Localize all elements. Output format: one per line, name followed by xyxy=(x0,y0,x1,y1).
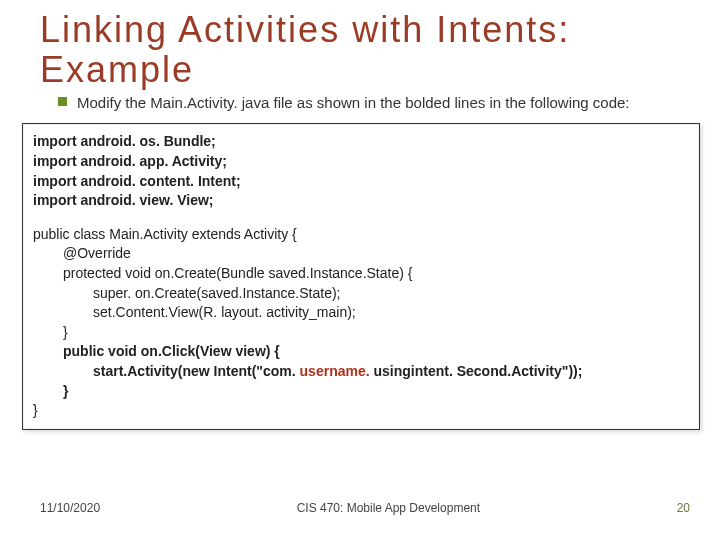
code-line: public class Main.Activity extends Activ… xyxy=(33,225,689,245)
code-line: set.Content.View(R. layout. activity_mai… xyxy=(33,303,689,323)
bullet-text: Modify the Main.Activity. java file as s… xyxy=(77,93,630,113)
footer-date: 11/10/2020 xyxy=(40,501,100,515)
code-fragment: usingintent. Second.Activity")); xyxy=(370,363,583,379)
slide: Linking Activities with Intents: Example… xyxy=(0,0,720,540)
code-line: import android. app. Activity; xyxy=(33,152,689,172)
code-line: protected void on.Create(Bundle saved.In… xyxy=(33,264,689,284)
slide-title: Linking Activities with Intents: Example xyxy=(40,10,690,89)
code-line: } xyxy=(33,401,689,421)
code-line: public void on.Click(View view) { xyxy=(33,342,689,362)
code-fragment: start.Activity(new Intent("com. xyxy=(93,363,300,379)
code-line: import android. content. Intent; xyxy=(33,172,689,192)
code-accent: username. xyxy=(300,363,370,379)
code-block: import android. os. Bundle; import andro… xyxy=(22,123,700,429)
code-line: super. on.Create(saved.Instance.State); xyxy=(33,284,689,304)
blank-line xyxy=(33,211,689,225)
code-line: import android. os. Bundle; xyxy=(33,132,689,152)
code-line: start.Activity(new Intent("com. username… xyxy=(33,362,689,382)
footer-course: CIS 470: Mobile App Development xyxy=(297,501,480,515)
bullet-item: Modify the Main.Activity. java file as s… xyxy=(58,93,690,113)
code-line: @Override xyxy=(33,244,689,264)
code-line: } xyxy=(33,323,689,343)
footer: 11/10/2020 CIS 470: Mobile App Developme… xyxy=(40,501,690,515)
code-line: import android. view. View; xyxy=(33,191,689,211)
page-number: 20 xyxy=(677,501,690,515)
code-line: } xyxy=(33,382,689,402)
square-bullet-icon xyxy=(58,97,67,106)
